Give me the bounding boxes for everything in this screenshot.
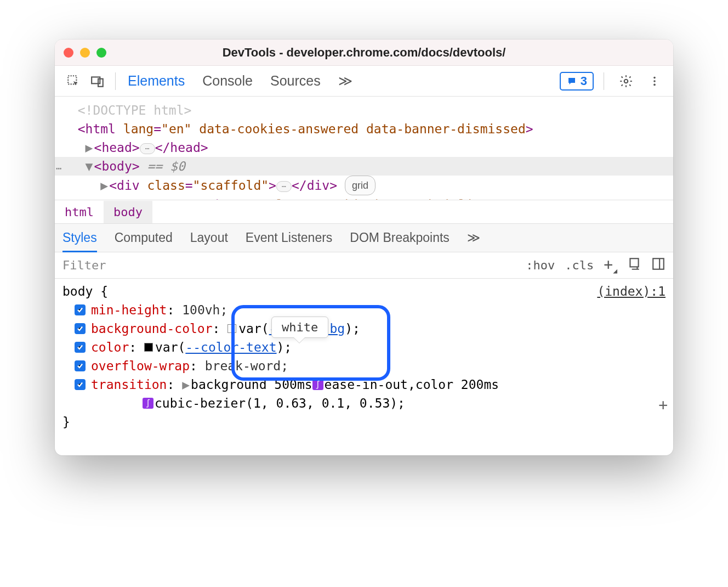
hov-toggle[interactable]: :hov <box>526 258 555 272</box>
crumb-body[interactable]: body <box>104 201 152 223</box>
styles-subtabs: Styles Computed Layout Event Listeners D… <box>55 224 673 252</box>
expand-triangle-icon[interactable]: ▶ <box>100 176 109 195</box>
prop-color[interactable]: color: var(--color-text); <box>62 338 666 357</box>
prop-overflow-wrap[interactable]: overflow-wrap: break-word; <box>62 357 666 375</box>
svg-point-6 <box>653 83 656 86</box>
copy-styles-icon[interactable] <box>627 257 641 274</box>
main-toolbar: Elements Console Sources ≫ 3 <box>55 66 673 97</box>
traffic-lights <box>64 48 106 58</box>
checkbox-icon[interactable] <box>75 379 86 390</box>
issues-badge[interactable]: 3 <box>560 72 594 91</box>
subtab-dom-breakpoints[interactable]: DOM Breakpoints <box>350 224 450 252</box>
prop-transition-line2[interactable]: ∫cubic-bezier(1, 0.63, 0.1, 0.53); <box>62 394 666 413</box>
subtab-computed[interactable]: Computed <box>115 224 173 252</box>
color-swatch-icon[interactable] <box>144 343 153 352</box>
separator <box>115 72 116 90</box>
collapsed-ellipsis-icon[interactable]: ⋯ <box>140 143 155 154</box>
svg-point-3 <box>624 79 628 83</box>
svg-point-5 <box>653 80 656 82</box>
devtools-window: DevTools - developer.chrome.com/docs/dev… <box>55 39 673 455</box>
tab-sources[interactable]: Sources <box>269 66 322 95</box>
tabs-overflow[interactable]: ≫ <box>337 66 354 95</box>
styles-rule-block: body { (index):1 min-height: 100vh; back… <box>55 279 673 418</box>
prop-min-height[interactable]: min-height: 100vh; <box>62 301 666 319</box>
expand-triangle-icon[interactable]: ▶ <box>100 195 109 200</box>
svg-point-4 <box>653 76 656 78</box>
subtab-event-listeners[interactable]: Event Listeners <box>246 224 333 252</box>
maximize-window-button[interactable] <box>96 48 106 58</box>
subtabs-overflow[interactable]: ≫ <box>467 224 480 252</box>
separator <box>604 72 604 90</box>
svg-rect-7 <box>630 258 638 267</box>
prop-transition[interactable]: transition: ▶background 500ms ∫ease-in-o… <box>62 375 666 394</box>
expand-triangle-icon[interactable]: ▶ <box>182 375 190 394</box>
breadcrumb-bar: html body <box>55 200 673 224</box>
color-swatch-icon[interactable] <box>228 324 236 333</box>
dom-selected-row[interactable]: ▼<body> == $0 <box>55 157 673 176</box>
close-window-button[interactable] <box>64 48 73 58</box>
settings-gear-icon[interactable] <box>616 71 636 91</box>
checkbox-icon[interactable] <box>75 360 86 371</box>
minimize-window-button[interactable] <box>80 48 90 58</box>
kebab-menu-icon[interactable] <box>645 71 664 91</box>
filter-input[interactable]: Filter <box>55 258 518 272</box>
bezier-editor-icon[interactable]: ∫ <box>312 379 323 390</box>
checkbox-icon[interactable] <box>75 323 86 334</box>
rule-close-brace: } <box>62 413 666 431</box>
checkbox-icon[interactable] <box>75 342 86 353</box>
checkbox-icon[interactable] <box>75 304 86 315</box>
bezier-editor-icon[interactable]: ∫ <box>143 398 153 409</box>
tab-elements[interactable]: Elements <box>127 66 186 95</box>
issues-count: 3 <box>581 74 587 88</box>
styles-filter-bar: Filter :hov .cls +◢ <box>55 252 673 279</box>
device-toolbar-icon[interactable] <box>88 71 107 91</box>
dom-tree-panel[interactable]: <!DOCTYPE html> <html lang="en" data-coo… <box>55 97 673 200</box>
add-property-plus-icon[interactable]: + <box>658 396 668 415</box>
crumb-html[interactable]: html <box>55 201 104 223</box>
window-title: DevTools - developer.chrome.com/docs/dev… <box>55 46 673 60</box>
new-rule-plus-icon[interactable]: +◢ <box>604 256 617 275</box>
css-var-link[interactable]: --color-text <box>185 338 276 357</box>
collapsed-ellipsis-icon[interactable]: ⋯ <box>276 181 292 192</box>
eq0-indicator: == $0 <box>147 159 185 173</box>
titlebar: DevTools - developer.chrome.com/docs/dev… <box>55 39 673 66</box>
svg-rect-8 <box>653 258 664 269</box>
tab-console[interactable]: Console <box>201 66 254 95</box>
source-link[interactable]: (index):1 <box>597 282 666 301</box>
subtab-styles[interactable]: Styles <box>62 224 97 252</box>
panel-tabs: Elements Console Sources ≫ <box>127 66 560 95</box>
cls-toggle[interactable]: .cls <box>565 258 594 272</box>
collapse-triangle-icon[interactable]: ▼ <box>86 157 94 176</box>
css-selector[interactable]: body { <box>62 282 108 301</box>
grid-badge[interactable]: grid <box>345 176 376 195</box>
doctype-text: <!DOCTYPE html> <box>78 103 192 117</box>
tooltip-value: white <box>271 317 328 338</box>
subtab-layout[interactable]: Layout <box>190 224 228 252</box>
prop-background-color[interactable]: background-color: var(--color-bg); <box>62 319 666 338</box>
computed-sidebar-icon[interactable] <box>651 257 666 274</box>
inspect-element-icon[interactable] <box>64 71 83 91</box>
expand-triangle-icon[interactable]: ▶ <box>86 138 94 157</box>
